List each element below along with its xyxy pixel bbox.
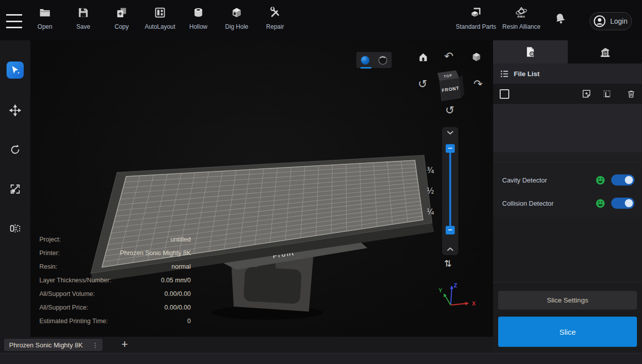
project-info-row: Printer:Phrozen Sonic Mighty 8K — [39, 246, 191, 260]
layer-slider-track[interactable] — [449, 148, 451, 228]
axis-y-label: Y — [439, 287, 443, 293]
toolbar-right-buttons: Standard Parts RMA Resin Alliance — [454, 4, 545, 36]
trash-icon[interactable] — [620, 89, 642, 99]
list-icon — [500, 69, 509, 79]
collision-detector-toggle[interactable] — [611, 198, 634, 209]
standard-parts-icon — [469, 4, 483, 21]
cavity-detector-toggle[interactable] — [611, 174, 634, 186]
login-button[interactable]: Login — [590, 12, 632, 30]
fit-height-updown-icon[interactable]: ⇅ — [444, 258, 452, 269]
layer-thickness-value: 0.05 mm/0 — [161, 277, 191, 284]
tab-printer[interactable] — [568, 40, 642, 64]
dig-hole-icon — [230, 4, 243, 21]
resin-alliance-icon: RMA — [514, 4, 528, 21]
detectors-section: Cavity Detector Collision Detector — [493, 162, 642, 218]
save-label: Save — [76, 23, 90, 30]
chevron-up-icon[interactable] — [447, 247, 453, 251]
rotate-left-arrow-icon[interactable]: ↺ — [418, 79, 427, 90]
plate-layout-icon[interactable] — [598, 89, 620, 99]
move-icon — [9, 104, 21, 116]
price-value: 0.00/0.00 — [165, 304, 191, 311]
tab-file-settings[interactable] — [493, 40, 568, 64]
scale-icon — [9, 183, 21, 195]
mirror-icon — [9, 222, 21, 234]
rotate-down-arrow-icon[interactable]: ↺ — [445, 105, 454, 116]
dig-hole-button[interactable]: Dig Hole — [218, 4, 256, 36]
print-time-value: 0 — [187, 318, 191, 325]
layer-slider-upper-handle[interactable] — [446, 144, 455, 153]
plate-tab-label: Phrozen Sonic Mighty 8K — [9, 341, 92, 349]
open-label: Open — [37, 23, 52, 30]
shaded-sphere-icon[interactable] — [360, 55, 370, 65]
cavity-detector-label: Cavity Detector — [502, 176, 596, 184]
dig-hole-label: Dig Hole — [225, 23, 248, 30]
hamburger-menu-icon[interactable] — [6, 13, 22, 29]
iso-view-cube-icon[interactable] — [471, 51, 482, 63]
mirror-tool-button[interactable] — [7, 220, 24, 237]
axis-gizmo: Z X Y — [437, 281, 482, 312]
project-info-row: All/Support Volume:0.00/0.00 — [39, 287, 191, 300]
file-list-header: File List — [493, 64, 642, 84]
open-button[interactable]: Open — [26, 4, 64, 36]
fraction-three-quarters: ¾ — [419, 166, 434, 175]
collision-status-smiley-icon — [596, 199, 605, 208]
print-time-label: Estimated Printing Time: — [39, 318, 108, 325]
file-list-footer — [493, 152, 642, 162]
slice-settings-button[interactable]: Slice Settings — [498, 291, 637, 310]
rotate-icon — [9, 144, 21, 156]
chevron-down-icon[interactable] — [447, 131, 453, 135]
top-toolbar: Open Save Copy AutoLayout Hollow — [0, 0, 642, 41]
kebab-menu-icon[interactable]: ⋮ — [92, 341, 98, 349]
rotate-right-arrow-icon[interactable]: ↷ — [473, 79, 483, 90]
render-mode-active-indicator — [360, 67, 371, 69]
autolayout-icon — [153, 4, 167, 21]
scale-tool-button[interactable] — [7, 180, 24, 198]
right-panel-spacer — [493, 217, 642, 282]
printer-icon — [599, 45, 612, 58]
resin-alliance-label: Resin Alliance — [502, 23, 540, 30]
printer-value: Phrozen Sonic Mighty 8K — [120, 250, 191, 257]
volume-value: 0.00/0.00 — [165, 290, 191, 297]
file-settings-icon — [524, 46, 537, 58]
copy-button[interactable]: Copy — [102, 4, 141, 36]
move-tool-button[interactable] — [7, 102, 24, 119]
repair-label: Repair — [266, 23, 284, 30]
avatar-icon — [593, 14, 607, 28]
resin-label: Resin: — [39, 263, 57, 270]
autolayout-button[interactable]: AutoLayout — [141, 4, 179, 36]
repair-button[interactable]: Repair — [256, 4, 294, 36]
notifications-bell-icon[interactable] — [553, 11, 568, 28]
copy-icon — [115, 4, 128, 21]
viewport-3d[interactable]: Front ↶ TOP FRONT ↺ ↷ ↺ — [30, 40, 493, 337]
plate-tab[interactable]: Phrozen Sonic Mighty 8K ⋮ — [4, 339, 102, 351]
hollow-label: Hollow — [189, 23, 207, 30]
save-icon — [77, 4, 90, 21]
add-plate-button[interactable]: + — [117, 337, 132, 352]
view-cube[interactable]: TOP FRONT — [432, 67, 472, 107]
home-view-icon[interactable] — [417, 51, 429, 63]
axis-x-label: X — [472, 300, 476, 307]
standard-parts-button[interactable]: Standard Parts — [454, 4, 498, 36]
rotate-tool-button[interactable] — [7, 141, 24, 158]
resin-alliance-button[interactable]: RMA Resin Alliance — [498, 4, 545, 36]
collision-detector-row: Collision Detector — [493, 193, 642, 213]
slice-button[interactable]: Slice — [498, 317, 637, 347]
rotate-up-arrow-icon[interactable]: ↶ — [444, 51, 453, 62]
cursor-select-icon — [10, 65, 20, 75]
select-tool-button[interactable] — [7, 62, 24, 79]
add-file-icon[interactable] — [575, 89, 598, 99]
project-info-row: Resin:normal — [39, 260, 191, 273]
layer-slider-lower-handle[interactable] — [446, 226, 455, 234]
right-panel: File List Cavity Detector Collision Dete… — [493, 40, 642, 353]
resin-value: normal — [172, 263, 191, 270]
wireframe-sphere-icon[interactable] — [378, 55, 388, 65]
save-button[interactable]: Save — [64, 4, 102, 36]
hollow-icon — [192, 4, 205, 21]
render-mode-toggle[interactable] — [356, 52, 392, 68]
hollow-button[interactable]: Hollow — [179, 4, 218, 36]
left-tool-sidebar — [0, 40, 30, 337]
toolbar-buttons: Open Save Copy AutoLayout Hollow — [26, 4, 294, 36]
right-panel-tabs — [493, 40, 642, 64]
cavity-detector-row: Cavity Detector — [493, 170, 642, 190]
select-all-checkbox[interactable] — [500, 89, 509, 99]
